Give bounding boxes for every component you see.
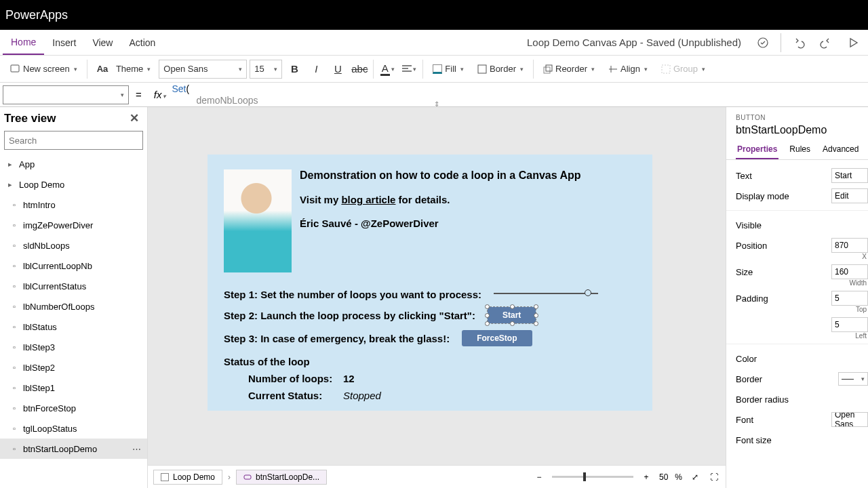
nloops-value: 12 [343,373,355,384]
control-category: BUTTON [736,114,868,121]
menu-bar: Home Insert View Action Loop Demo Canvas… [0,30,868,56]
app-title: PowerApps [5,8,68,22]
property-select[interactable]: ▾ [3,85,129,104]
tree-item-label: tglLoopStatus [23,424,77,434]
tree-item-imgZePowerDiver[interactable]: ▫imgZePowerDiver [0,215,147,235]
status-header: Status of the loop [224,356,636,367]
font-select[interactable]: Open Sans▾ [159,60,247,79]
tree-item-sldNbLoops[interactable]: ▫sldNbLoops [0,235,147,256]
close-icon[interactable]: ✕ [130,111,139,125]
control-icon: ▫ [9,363,19,372]
blog-link[interactable]: blog article [341,194,395,205]
equals-label: = [129,89,149,100]
control-icon: ▫ [9,281,19,291]
tree-item-lbNumberOfLoops[interactable]: ▫lbNumberOfLoops [0,296,147,317]
new-screen-button[interactable]: New screen▾ [4,58,83,80]
undo-icon[interactable] [789,33,808,52]
tree-item-label: lblCurrentStatus [23,281,86,291]
control-icon: ▸ [5,159,15,169]
zoom-value: 50 [659,472,668,482]
tree-item-label: lblStep3 [23,342,55,352]
tree-item-btnForceStop[interactable]: ▫btnForceStop [0,398,147,418]
strikethrough-button[interactable]: abc [350,60,369,79]
control-icon: ▫ [9,383,19,392]
tab-insert[interactable]: Insert [44,30,84,55]
tab-advanced[interactable]: Advanced [821,142,860,159]
prop-padding-left-input[interactable]: 5 [831,317,868,332]
prop-text-input[interactable]: Start [831,168,868,183]
tree-item-lblStep3[interactable]: ▫lblStep3 [0,337,147,357]
canvas-area[interactable]: Demonstration on how to code a loop in a… [148,107,726,488]
play-icon[interactable] [844,33,863,52]
nloops-label: Number of loops: [248,373,343,384]
tree-item-lblStep2[interactable]: ▫lblStep2 [0,357,147,378]
control-icon: ▫ [9,200,19,209]
loops-slider[interactable] [494,293,598,294]
font-size-select[interactable]: 15▾ [250,60,282,79]
prop-size-width-input[interactable]: 160 [831,264,868,279]
prop-position-label: Position [736,241,831,251]
status-value: Stopped [343,390,381,401]
fx-label[interactable]: fx▾ [149,89,172,100]
tab-action[interactable]: Action [121,30,163,55]
tree-item-lblStep1[interactable]: ▫lblStep1 [0,378,147,398]
text-align-button[interactable]: ▾ [399,60,418,79]
zoom-slider[interactable] [552,476,633,478]
bold-button[interactable]: B [285,60,304,79]
prop-position-x-input[interactable]: 870 [831,238,868,253]
align-icon [608,64,618,74]
border-button[interactable]: Border▾ [472,58,529,80]
theme-button[interactable]: Aa Theme▾ [92,58,157,80]
tree-item-htmIntro[interactable]: ▫htmIntro [0,195,147,215]
prop-fontsize-label: Font size [736,435,868,445]
svg-rect-1 [11,65,19,72]
format-toolbar: New screen▾ Aa Theme▾ Open Sans▾ 15▾ B I… [0,56,868,83]
tree-item-App[interactable]: ▸App [0,154,147,174]
breadcrumb-screen[interactable]: Loop Demo [153,470,222,485]
tab-rules[interactable]: Rules [788,142,812,159]
tab-home[interactable]: Home [3,30,44,55]
svg-point-0 [758,38,768,47]
prop-border-input[interactable]: ▾ [838,372,868,386]
underline-button[interactable]: U [328,60,347,79]
zoom-in-button[interactable]: + [640,472,652,482]
start-button[interactable]: Start [488,307,536,323]
tree-item-lblCurrentStatus[interactable]: ▫lblCurrentStatus [0,276,147,296]
control-icon: ▫ [9,220,19,230]
prop-font-input[interactable]: Open Sans [831,412,868,427]
prop-displaymode-input[interactable]: Edit [831,188,868,203]
tree-item-lblCurrentLoopNb[interactable]: ▫lblCurrentLoopNb [0,256,147,276]
demo-card: Demonstration on how to code a loop in a… [208,155,652,411]
more-icon[interactable]: ⋯ [132,444,142,454]
search-input[interactable] [4,131,143,150]
fill-button[interactable]: Fill▾ [427,58,469,80]
control-icon: ▫ [9,241,19,250]
expand-icon[interactable]: ⛶ [708,472,720,482]
breadcrumb-control[interactable]: btnStartLoopDe... [236,470,327,485]
control-icon: ▫ [9,302,19,311]
tree-item-tglLoopStatus[interactable]: ▫tglLoopStatus [0,418,147,439]
step2-label: Step 2: Launch the loop process by click… [224,310,475,321]
tree-item-Loop Demo[interactable]: ▸Loop Demo [0,174,147,195]
tree-item-label: sldNbLoops [23,241,70,251]
svg-rect-6 [244,475,251,479]
fit-icon[interactable]: ⤢ [689,472,701,482]
font-color-button[interactable]: A▾ [378,60,397,79]
group-button[interactable]: Group▾ [656,58,711,80]
redo-icon[interactable] [816,33,835,52]
tab-view[interactable]: View [84,30,121,55]
reorder-button[interactable]: Reorder▾ [538,58,600,80]
tree-item-btnStartLoopDemo[interactable]: ▫btnStartLoopDemo⋯ [0,439,147,459]
save-status: Loop Demo Canvas App - Saved (Unpublishe… [527,37,741,48]
app-checker-icon[interactable] [753,33,772,52]
italic-button[interactable]: I [307,60,326,79]
prop-padding-top-input[interactable]: 5 [831,291,868,306]
title-bar: PowerApps [0,0,868,30]
forcestop-button[interactable]: ForceStop [462,330,532,346]
tree-item-lblStatus[interactable]: ▫lblStatus [0,317,147,337]
align-button[interactable]: Align▾ [603,58,653,80]
zoom-out-button[interactable]: − [533,472,545,482]
tree-item-label: lbNumberOfLoops [23,302,95,312]
formula-input[interactable]: Set( demoNbLoops [172,83,865,106]
tab-properties[interactable]: Properties [736,142,778,159]
